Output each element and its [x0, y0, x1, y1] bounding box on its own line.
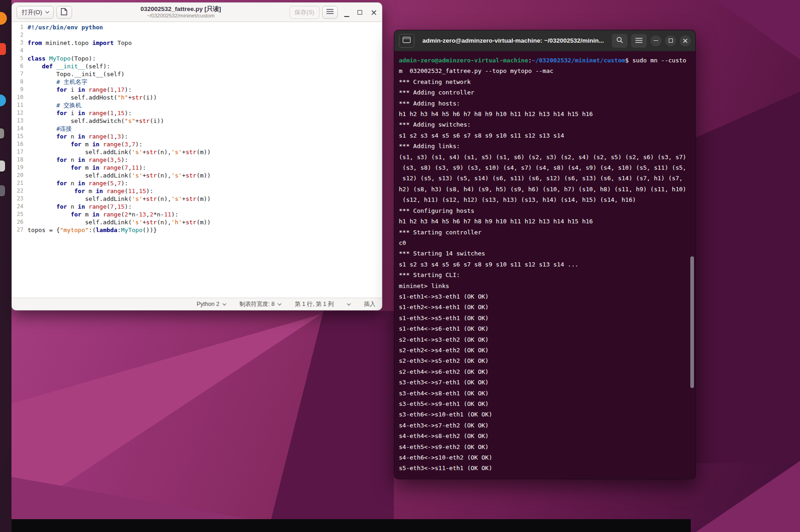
chevron-down-icon — [45, 10, 49, 13]
terminal-line: *** Starting CLI: — [399, 270, 691, 280]
code-line: 2 — [12, 31, 382, 39]
maximize-icon — [358, 10, 362, 15]
code-line: 27topos = {"mytopo":(lambda:MyTopo())} — [12, 226, 382, 234]
code-line: 10 self.addHost("h"+str(i)) — [12, 94, 382, 101]
input-mode-indicator: 插入 — [364, 300, 375, 308]
line-number: 23 — [12, 195, 28, 203]
code-line: 9 for i in range(1,17): — [12, 86, 382, 94]
new-tab-button[interactable] — [399, 34, 414, 48]
terminal-window: admin-zero@adminzero-virtual-machine: ~/… — [394, 30, 696, 479]
cursor-position-label: 第 1 行, 第 1 列 — [295, 300, 334, 308]
terminal-line: h1 h2 h3 h4 h5 h6 h7 h8 h9 h10 h11 h12 h… — [399, 216, 691, 227]
terminal-line: *** Adding switches: — [399, 119, 691, 130]
tab-width-label: 制表符宽度: 8 — [240, 300, 274, 308]
line-number: 7 — [12, 70, 28, 78]
cursor-position-button[interactable]: 第 1 行, 第 1 列 — [295, 300, 334, 308]
dock-app-gray3-icon[interactable] — [0, 185, 5, 196]
menu-button[interactable] — [631, 34, 647, 48]
editor-text-area[interactable]: 1#!/usr/bin/env python23from mininet.top… — [12, 22, 382, 298]
new-document-button[interactable] — [56, 6, 72, 19]
terminal-line: s1-eth4<->s6-eth1 (OK OK) — [399, 323, 691, 334]
line-number: 1 — [12, 23, 28, 31]
maximize-icon — [669, 39, 673, 43]
terminal-line: *** Configuring hosts — [399, 205, 691, 216]
tab-width-selector[interactable]: 制表符宽度: 8 — [240, 300, 281, 308]
window-title: 032002532_fattree.py [只读] ~/032002532/mi… — [75, 6, 287, 19]
line-number: 3 — [12, 39, 28, 47]
code-line: 25 for m in range(2*n-13,2*n-11): — [12, 211, 382, 218]
code-line: 6 def __init__(self): — [12, 62, 382, 70]
terminal-line: s2-eth1<->s3-eth2 (OK OK) — [399, 334, 691, 345]
terminal-line: s12) (s5, s13) (s5, s14) (s6, s11) (s6, … — [399, 173, 691, 183]
code-line: 12 for i in range(1,15): — [12, 109, 382, 117]
code-line: 17 self.addLink('s'+str(n),'s'+str(m)) — [12, 148, 382, 156]
code-line: 16 for m in range(3,7): — [12, 140, 382, 148]
menu-button[interactable] — [322, 6, 338, 19]
input-mode-label: 插入 — [364, 300, 375, 308]
dock-app-red-icon[interactable] — [0, 43, 6, 55]
chevron-down-icon — [278, 301, 281, 305]
dock-app-orange-icon[interactable] — [0, 12, 7, 25]
maximize-button[interactable] — [665, 35, 676, 46]
terminal-line: s1 s2 s3 s4 s5 s6 s7 s8 s9 s10 s11 s12 s… — [399, 259, 691, 270]
terminal-line: s1-eth1<->s3-eth1 (OK OK) — [399, 291, 691, 302]
code-line: 3from mininet.topo import Topo — [12, 39, 382, 47]
code-line: 7 Topo.__init__(self) — [12, 70, 382, 78]
code-line: 14 #连接 — [12, 125, 382, 133]
language-selector[interactable]: Python 2 — [197, 301, 226, 307]
terminal-output[interactable]: admin-zero@adminzero-virtual-machine:~/0… — [394, 51, 695, 479]
terminal-line: s2-eth2<->s4-eth2 (OK OK) — [399, 345, 691, 355]
dock-app-blue-icon[interactable] — [0, 94, 6, 106]
hamburger-icon — [326, 9, 334, 16]
terminal-line: s4-eth3<->s7-eth2 (OK OK) — [399, 420, 691, 431]
close-button[interactable]: × — [680, 35, 691, 46]
terminal-line: s2-eth3<->s5-eth2 (OK OK) — [399, 355, 691, 366]
line-number: 19 — [12, 164, 28, 172]
code-line: 20 self.addLink('s'+str(n),'s'+str(m)) — [12, 172, 382, 179]
code-line: 8 # 主机名字 — [12, 78, 382, 86]
code-line: 11 # 交换机 — [12, 101, 382, 109]
terminal-line: s3-eth5<->s9-eth1 (OK OK) — [399, 399, 691, 409]
terminal-line: h1 h2 h3 h4 h5 h6 h7 h8 h9 h10 h11 h12 h… — [399, 109, 691, 119]
search-button[interactable] — [612, 34, 627, 48]
terminal-line: *** Starting controller — [399, 227, 691, 238]
minimize-button[interactable] — [650, 35, 661, 46]
minimize-button[interactable] — [344, 8, 349, 17]
line-number: 18 — [12, 156, 28, 164]
terminal-scrollbar[interactable] — [690, 256, 694, 388]
maximize-button[interactable] — [358, 8, 362, 17]
save-button[interactable]: 保存(S) — [290, 6, 319, 19]
code-line: 5class MyTopo(Topo): — [12, 55, 382, 62]
dock-app-gray1-icon[interactable] — [0, 128, 4, 139]
terminal-line: *** Adding links: — [399, 141, 691, 151]
line-number: 27 — [12, 226, 28, 234]
terminal-line: s4-eth4<->s8-eth2 (OK OK) — [399, 431, 691, 441]
line-number: 26 — [12, 218, 28, 226]
terminal-line: s1-eth2<->s4-eth1 (OK OK) — [399, 302, 691, 312]
line-number: 25 — [12, 211, 28, 218]
close-button[interactable]: × — [370, 10, 377, 15]
gedit-headerbar: 打开(O) 032002532_fattree.py [只读] ~/032002… — [12, 3, 382, 22]
new-document-icon — [61, 8, 67, 17]
code-line: 4 — [12, 47, 382, 55]
line-number: 11 — [12, 101, 28, 109]
terminal-line: *** Adding controller — [399, 87, 691, 98]
line-number: 16 — [12, 140, 28, 148]
terminal-line: s4-eth5<->s9-eth2 (OK OK) — [399, 442, 691, 452]
line-number: 20 — [12, 172, 28, 179]
dock-app-gray2-icon[interactable] — [0, 161, 5, 172]
terminal-line: s3-eth3<->s7-eth1 (OK OK) — [399, 377, 691, 388]
code-line: 22 for m in range(11,15): — [12, 187, 382, 195]
background-window-strip — [11, 519, 691, 532]
open-button[interactable]: 打开(O) — [17, 6, 54, 19]
close-icon: × — [682, 37, 688, 44]
open-button-label: 打开(O) — [22, 8, 42, 17]
code-line: 26 self.addLink('s'+str(n),'h'+str(m)) — [12, 218, 382, 226]
terminal-line: (s1, s3) (s1, s4) (s1, s5) (s1, s6) (s2,… — [399, 152, 691, 162]
line-number: 9 — [12, 86, 28, 94]
code-line: 19 for m in range(7,11): — [12, 164, 382, 172]
minimize-icon — [654, 40, 658, 41]
line-number: 12 — [12, 109, 28, 117]
chevron-down-icon — [223, 301, 226, 305]
gedit-window: 打开(O) 032002532_fattree.py [只读] ~/032002… — [11, 2, 382, 310]
